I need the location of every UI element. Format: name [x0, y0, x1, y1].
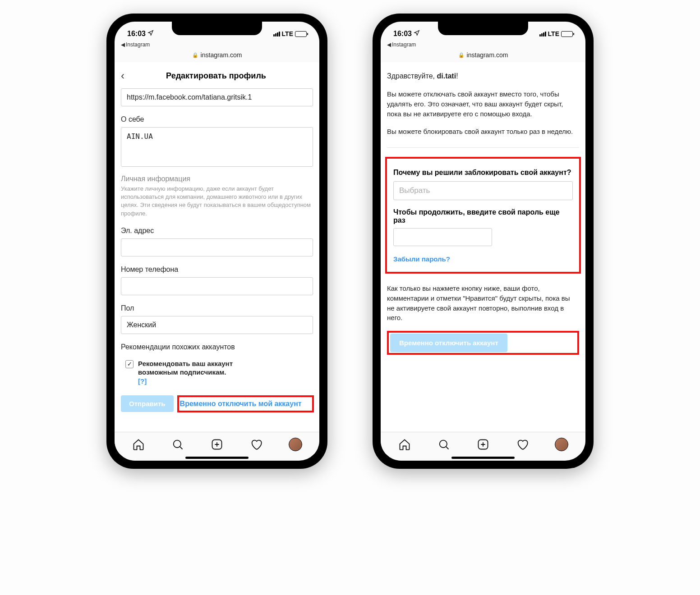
personal-info-title: Личная информация: [121, 175, 313, 183]
greeting: Здравствуйте, di.tati!: [387, 72, 579, 80]
url-bar[interactable]: 🔒 instagram.com: [115, 50, 319, 62]
action-row: Отправить Временно отключить мой аккаунт: [121, 395, 313, 412]
notch: [172, 22, 262, 35]
submit-button[interactable]: Отправить: [121, 395, 174, 412]
home-icon[interactable]: [398, 438, 411, 451]
recommend-text: Рекомендовать ваш аккаунт возможным подп…: [138, 359, 233, 386]
greeting-username: di.tati: [437, 72, 456, 80]
back-icon[interactable]: ‹: [121, 69, 124, 82]
app-breadcrumb[interactable]: ◀ Instagram: [381, 41, 585, 50]
reason-select[interactable]: Выбрать: [393, 181, 573, 200]
signal-icon: [539, 32, 546, 37]
greeting-prefix: Здравствуйте,: [387, 72, 437, 80]
lock-icon: 🔒: [192, 52, 198, 58]
search-icon[interactable]: [437, 438, 451, 451]
notch: [438, 22, 528, 35]
reason-block: Почему вы решили заблокировать свой акка…: [385, 157, 581, 274]
phone-label: Номер телефона: [121, 265, 313, 274]
phone-screen: 16:03 LTE ◀ Instagram 🔒 instagram.com: [115, 22, 319, 461]
recommend-hint[interactable]: [?]: [138, 377, 147, 385]
page-header: ‹ Редактировать профиль: [121, 66, 313, 88]
home-icon[interactable]: [132, 438, 145, 451]
status-time: 16:03: [127, 30, 146, 38]
battery-icon: [561, 31, 573, 37]
bio-input[interactable]: AIN.UA: [121, 127, 313, 167]
carrier-label: LTE: [548, 30, 559, 37]
location-icon: [147, 30, 154, 38]
chevron-left-icon: ◀: [387, 41, 391, 48]
location-icon: [414, 30, 420, 38]
add-post-icon[interactable]: [210, 438, 224, 451]
svg-point-0: [174, 440, 181, 448]
reason-label: Почему вы решили заблокировать свой акка…: [393, 169, 573, 177]
status-time: 16:03: [393, 30, 412, 38]
search-icon[interactable]: [171, 438, 184, 451]
phone-screen: 16:03 LTE ◀ Instagram 🔒 instagram.com: [381, 22, 585, 461]
svg-point-2: [440, 440, 447, 448]
bottom-nav: [115, 432, 319, 454]
personal-info-desc: Укажите личную информацию, даже если акк…: [121, 185, 313, 218]
password-input[interactable]: [393, 228, 492, 246]
battery-icon: [295, 31, 307, 37]
email-label: Эл. адрес: [121, 227, 313, 235]
carrier-label: LTE: [282, 30, 293, 37]
bio-label: О себе: [121, 115, 313, 124]
page-content: Здравствуйте, di.tati! Вы можете отключа…: [381, 62, 585, 432]
recommend-row: ✓ Рекомендовать ваш аккаунт возможным по…: [125, 359, 313, 386]
info-para-3: Как только вы нажмете кнопку ниже, ваши …: [387, 284, 579, 323]
divider: [387, 147, 579, 148]
activity-icon[interactable]: [249, 438, 263, 451]
profile-avatar[interactable]: [289, 438, 302, 451]
bottom-nav: [381, 432, 585, 454]
back-app-label: Instagram: [126, 41, 150, 48]
website-input[interactable]: [121, 88, 313, 106]
url-host: instagram.com: [467, 51, 508, 59]
greeting-suffix: !: [456, 72, 458, 80]
home-indicator[interactable]: [451, 457, 515, 459]
chevron-left-icon: ◀: [121, 41, 125, 48]
password-label: Чтобы продолжить, введите свой пароль ещ…: [393, 208, 573, 224]
disable-account-button[interactable]: Временно отключить аккаунт: [390, 334, 507, 352]
page-content: ‹ Редактировать профиль О себе AIN.UA Ли…: [115, 62, 319, 432]
home-indicator[interactable]: [185, 457, 249, 459]
forgot-password-link[interactable]: Забыли пароль?: [393, 255, 450, 263]
url-bar[interactable]: 🔒 instagram.com: [381, 50, 585, 62]
profile-avatar[interactable]: [555, 438, 568, 451]
info-para-1: Вы можете отключать свой аккаунт вместо …: [387, 89, 579, 119]
disable-button-highlight: Временно отключить аккаунт: [387, 331, 579, 355]
phone-input[interactable]: [121, 277, 313, 295]
app-breadcrumb[interactable]: ◀ Instagram: [115, 41, 319, 50]
disable-account-link[interactable]: Временно отключить мой аккаунт: [178, 396, 313, 412]
gender-input[interactable]: [121, 316, 313, 334]
add-post-icon[interactable]: [476, 438, 490, 451]
info-para-2: Вы можете блокировать свой аккаунт тольк…: [387, 127, 579, 137]
recommend-checkbox[interactable]: ✓: [125, 360, 134, 368]
activity-icon[interactable]: [516, 438, 529, 451]
phone-left: 16:03 LTE ◀ Instagram 🔒 instagram.com: [106, 14, 327, 469]
phone-right: 16:03 LTE ◀ Instagram 🔒 instagram.com: [373, 14, 594, 469]
url-host: instagram.com: [201, 51, 242, 59]
similar-accounts-title: Рекомендации похожих аккаунтов: [121, 343, 313, 351]
back-app-label: Instagram: [392, 41, 416, 48]
page-title: Редактировать профиль: [133, 71, 299, 81]
email-input[interactable]: [121, 238, 313, 256]
recommend-label: Рекомендовать ваш аккаунт возможным подп…: [138, 360, 233, 376]
gender-label: Пол: [121, 304, 313, 312]
lock-icon: 🔒: [458, 52, 465, 58]
signal-icon: [273, 32, 280, 37]
